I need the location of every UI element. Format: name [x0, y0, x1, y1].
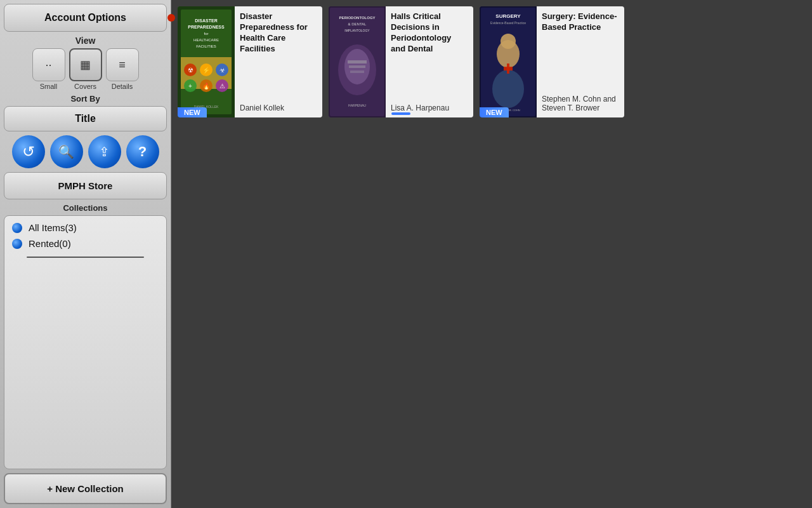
view-small-button[interactable]: ··	[32, 48, 65, 81]
icon-buttons: ↺ 🔍 ⇪ ?	[4, 135, 167, 168]
new-collection-button[interactable]: + New Collection	[4, 473, 167, 504]
sidebar: Account Options View ·· Small ▦ Covers ≡	[0, 0, 171, 508]
svg-point-37	[501, 34, 516, 49]
share-icon: ⇪	[99, 144, 110, 159]
book-cover-row-3: SURGERY Evidence-Based Practice STEPHEN …	[480, 6, 624, 117]
new-badge-3: NEW	[480, 107, 509, 117]
book-title-3: Surgery: Evidence-Based Practice	[542, 11, 619, 33]
view-details-group: ≡ Details	[106, 48, 139, 90]
view-covers-label: Covers	[74, 83, 96, 90]
svg-text:⚠: ⚠	[219, 83, 225, 90]
share-button[interactable]: ⇪	[88, 135, 121, 168]
svg-text:for: for	[204, 32, 208, 36]
book-title-2: Halls Critical Decisions in Periodontolo…	[391, 11, 468, 55]
book-card-2[interactable]: PERIODONTOLOGY & DENTAL IMPLANTOLOGY HAR…	[329, 6, 473, 117]
svg-text:PREPAREDNESS: PREPAREDNESS	[188, 25, 225, 29]
book-author-3: Stephen M. Cohn and Steven T. Brower	[542, 95, 619, 112]
search-icon: 🔍	[58, 144, 74, 159]
help-icon: ?	[138, 144, 147, 160]
view-label: View	[75, 36, 96, 46]
collection-dot-all	[12, 223, 22, 233]
view-covers-group: ▦ Covers	[69, 48, 102, 90]
account-options-button[interactable]: Account Options	[4, 4, 167, 32]
svg-text:FACILITIES: FACILITIES	[196, 44, 216, 48]
view-buttons: ·· Small ▦ Covers ≡ Details	[32, 48, 139, 90]
book-info-2: Halls Critical Decisions in Periodontolo…	[386, 6, 473, 117]
svg-text:⚡: ⚡	[202, 66, 211, 74]
collection-rented-label: Rented(0)	[29, 238, 71, 249]
view-details-button[interactable]: ≡	[106, 48, 139, 81]
collections-section: Collections All Items(3) Rented(0)	[4, 203, 167, 469]
svg-rect-30	[350, 70, 364, 73]
refresh-icon: ↺	[22, 143, 35, 161]
svg-text:☢: ☢	[188, 67, 193, 74]
book-author-2: Lisa A. Harpenau	[391, 104, 468, 112]
view-details-label: Details	[112, 83, 133, 90]
details-icon: ≡	[119, 58, 126, 72]
svg-text:HARPENAU: HARPENAU	[348, 104, 366, 107]
view-small-group: ·· Small	[32, 48, 65, 90]
book-title-1: Disaster Preparedness for Health Care Fa…	[240, 11, 317, 55]
book-cover-row-1: DISASTER PREPAREDNESS for HEALTHCARE FAC…	[178, 6, 322, 117]
svg-text:Evidence-Based Practice: Evidence-Based Practice	[490, 21, 526, 25]
collection-all-label: All Items(3)	[29, 222, 77, 233]
svg-text:☣: ☣	[219, 67, 225, 74]
book-card-1[interactable]: DISASTER PREPAREDNESS for HEALTHCARE FAC…	[178, 6, 322, 117]
svg-text:SURGERY: SURGERY	[495, 13, 521, 19]
book-author-1: Daniel Kollek	[240, 104, 317, 112]
collection-rented[interactable]: Rented(0)	[12, 238, 159, 249]
main-content: DISASTER PREPAREDNESS for HEALTHCARE FAC…	[171, 0, 812, 508]
svg-point-38	[492, 70, 524, 108]
new-badge-1: NEW	[178, 107, 207, 117]
svg-text:🔥: 🔥	[202, 82, 211, 90]
sort-by-label: Sort By	[70, 94, 100, 104]
pmph-store-button[interactable]: PMPH Store	[4, 172, 167, 199]
collection-dot-rented	[12, 239, 22, 249]
sort-section: Sort By Title	[4, 94, 167, 131]
svg-text:IMPLANTOLOGY: IMPLANTOLOGY	[344, 29, 370, 32]
svg-rect-29	[349, 65, 365, 68]
book-card-3[interactable]: SURGERY Evidence-Based Practice STEPHEN …	[480, 6, 624, 117]
book-cover-row-2: PERIODONTOLOGY & DENTAL IMPLANTOLOGY HAR…	[329, 6, 473, 117]
collections-label: Collections	[4, 203, 167, 213]
svg-text:HEALTHCARE: HEALTHCARE	[193, 38, 219, 42]
book-info-3: Surgery: Evidence-Based Practice Stephen…	[537, 6, 624, 117]
book-cover-1: DISASTER PREPAREDNESS for HEALTHCARE FAC…	[178, 6, 235, 117]
view-small-label: Small	[40, 83, 58, 90]
svg-text:+: +	[188, 83, 192, 90]
svg-rect-28	[348, 60, 367, 64]
help-button[interactable]: ?	[126, 135, 159, 168]
small-icon: ··	[45, 58, 51, 72]
book-cover-2: PERIODONTOLOGY & DENTAL IMPLANTOLOGY HAR…	[329, 6, 386, 117]
collection-divider	[27, 257, 144, 258]
svg-text:DISASTER: DISASTER	[195, 18, 217, 23]
sort-button[interactable]: Title	[4, 106, 167, 131]
svg-rect-40	[507, 64, 509, 74]
collections-list: All Items(3) Rented(0)	[4, 215, 167, 469]
book-cover-3: SURGERY Evidence-Based Practice STEPHEN …	[480, 6, 537, 117]
view-covers-button[interactable]: ▦	[69, 48, 102, 81]
refresh-button[interactable]: ↺	[12, 135, 45, 168]
book-info-1: Disaster Preparedness for Health Care Fa…	[235, 6, 322, 117]
svg-text:PERIODONTOLOGY: PERIODONTOLOGY	[339, 16, 375, 20]
collection-all-items[interactable]: All Items(3)	[12, 222, 159, 233]
search-button[interactable]: 🔍	[50, 135, 83, 168]
covers-icon: ▦	[80, 58, 91, 72]
scroll-indicator-2	[391, 112, 410, 115]
svg-text:& DENTAL: & DENTAL	[348, 22, 367, 26]
view-section: View ·· Small ▦ Covers ≡ Details	[4, 36, 167, 90]
